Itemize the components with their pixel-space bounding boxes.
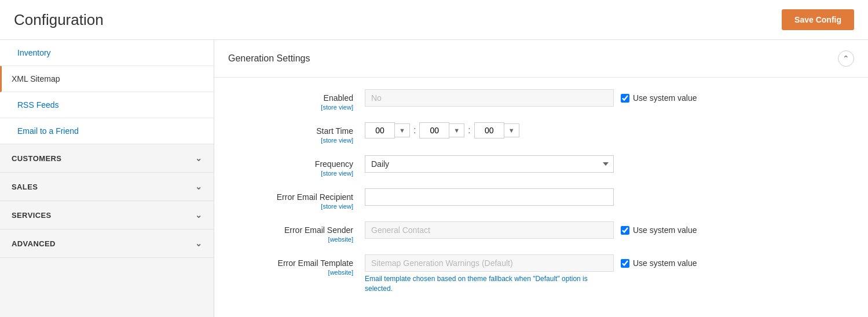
error-email-recipient-scope: [store view] — [237, 203, 353, 210]
sidebar-section-customers-header[interactable]: CUSTOMERS ⌄ — [0, 144, 214, 172]
frequency-row: Frequency [store view] Daily Weekly Mont… — [237, 155, 845, 177]
error-email-template-label: Error Email Template — [278, 258, 353, 268]
sidebar-section-customers: CUSTOMERS ⌄ — [0, 144, 214, 173]
chevron-down-icon: ⌄ — [195, 239, 202, 248]
enabled-use-system-checkbox[interactable] — [621, 94, 629, 103]
error-email-template-use-system-wrap: Use system value — [621, 254, 697, 268]
chevron-down-icon: ⌄ — [195, 182, 202, 191]
time-hour-dropdown[interactable]: ▼ — [395, 123, 410, 137]
time-colon-1: : — [413, 125, 416, 136]
sidebar-section-sales-header[interactable]: SALES ⌄ — [0, 173, 214, 201]
error-email-sender-use-system-label: Use system value — [633, 225, 697, 235]
sidebar-item-email-to-friend[interactable]: Email to a Friend — [0, 118, 214, 144]
time-group: ▼ : ▼ : ▼ — [365, 122, 519, 139]
error-email-recipient-input[interactable] — [365, 188, 614, 206]
content-area: Generation Settings ⌃ Enabled [store vie… — [214, 40, 868, 317]
form-body: Enabled [store view] No Use system value — [214, 78, 868, 317]
error-email-template-use-system-checkbox[interactable] — [621, 259, 629, 268]
enabled-label: Enabled — [324, 93, 353, 103]
sidebar-section-advanced-header[interactable]: ADVANCED ⌄ — [0, 229, 214, 257]
enabled-select[interactable]: No — [365, 89, 614, 107]
chevron-down-icon: ⌄ — [195, 154, 202, 163]
sidebar-section-sales: SALES ⌄ — [0, 173, 214, 201]
time-second-dropdown[interactable]: ▼ — [504, 123, 519, 137]
sidebar-section-services-header[interactable]: SERVICES ⌄ — [0, 201, 214, 229]
sidebar-section-advanced: ADVANCED ⌄ — [0, 229, 214, 258]
sidebar-item-rss-feeds[interactable]: RSS Feeds — [0, 92, 214, 118]
time-minute-input[interactable] — [419, 122, 449, 139]
sidebar-item-xml-sitemap[interactable]: XML Sitemap — [0, 66, 214, 92]
page-header: Configuration Save Config — [0, 0, 868, 40]
error-email-sender-use-system-checkbox[interactable] — [621, 226, 629, 235]
error-email-template-help: Email template chosen based on theme fal… — [365, 274, 614, 294]
error-email-sender-select[interactable]: General Contact — [365, 221, 614, 239]
enabled-use-system-wrap: Use system value — [621, 89, 697, 103]
start-time-scope: [store view] — [237, 137, 353, 144]
error-email-sender-scope: [website] — [237, 236, 353, 243]
frequency-label: Frequency — [315, 159, 353, 169]
start-time-row: Start Time [store view] ▼ : ▼ — [237, 122, 845, 144]
generation-settings-header: Generation Settings ⌃ — [214, 40, 868, 78]
error-email-sender-row: Error Email Sender [website] General Con… — [237, 221, 845, 243]
section-title: Generation Settings — [228, 53, 310, 64]
page-title: Configuration — [14, 11, 104, 29]
enabled-scope: [store view] — [237, 104, 353, 111]
sidebar-item-inventory[interactable]: Inventory — [0, 40, 214, 66]
save-config-button[interactable]: Save Config — [782, 9, 854, 30]
error-email-sender-label: Error Email Sender — [284, 225, 353, 235]
sidebar-section-services: SERVICES ⌄ — [0, 201, 214, 229]
collapse-button[interactable]: ⌃ — [838, 50, 854, 67]
frequency-scope: [store view] — [237, 170, 353, 177]
error-email-template-use-system-label: Use system value — [633, 258, 697, 268]
error-email-template-row: Error Email Template [website] Sitemap G… — [237, 254, 845, 294]
error-email-recipient-row: Error Email Recipient [store view] — [237, 188, 845, 210]
time-minute-dropdown[interactable]: ▼ — [449, 123, 464, 137]
error-email-template-select[interactable]: Sitemap Generation Warnings (Default) — [365, 254, 614, 272]
main-layout: Inventory XML Sitemap RSS Feeds Email to… — [0, 40, 868, 317]
time-hour-input[interactable] — [365, 122, 395, 139]
error-email-sender-use-system-wrap: Use system value — [621, 221, 697, 235]
error-email-template-scope: [website] — [237, 269, 353, 276]
chevron-down-icon: ⌄ — [195, 210, 202, 220]
time-second-input[interactable] — [474, 122, 504, 139]
sidebar: Inventory XML Sitemap RSS Feeds Email to… — [0, 40, 214, 317]
collapse-icon: ⌃ — [843, 54, 849, 63]
frequency-select[interactable]: Daily Weekly Monthly — [365, 155, 614, 173]
start-time-label: Start Time — [316, 126, 353, 136]
enabled-use-system-label: Use system value — [633, 93, 697, 103]
error-email-recipient-label: Error Email Recipient — [277, 192, 353, 202]
time-colon-2: : — [468, 125, 470, 136]
enabled-row: Enabled [store view] No Use system value — [237, 89, 845, 111]
